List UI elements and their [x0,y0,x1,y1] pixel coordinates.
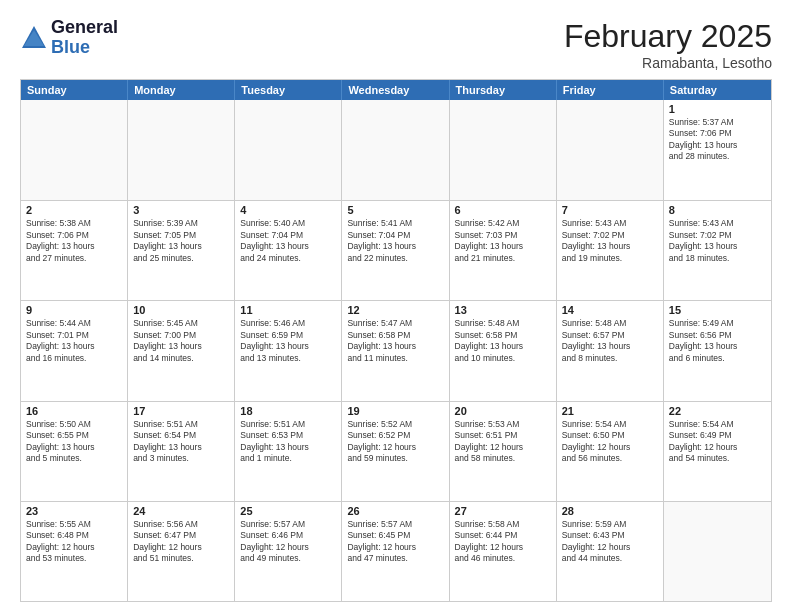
day-number: 2 [26,204,122,216]
month-title: February 2025 [564,18,772,55]
day-number: 28 [562,505,658,517]
day-info: Sunrise: 5:43 AM Sunset: 7:02 PM Dayligh… [562,218,658,264]
day-cell-18: 18Sunrise: 5:51 AM Sunset: 6:53 PM Dayli… [235,402,342,501]
day-number: 13 [455,304,551,316]
calendar-row: 16Sunrise: 5:50 AM Sunset: 6:55 PM Dayli… [21,401,771,501]
day-number: 7 [562,204,658,216]
day-number: 9 [26,304,122,316]
day-info: Sunrise: 5:49 AM Sunset: 6:56 PM Dayligh… [669,318,766,364]
day-cell-9: 9Sunrise: 5:44 AM Sunset: 7:01 PM Daylig… [21,301,128,400]
day-info: Sunrise: 5:46 AM Sunset: 6:59 PM Dayligh… [240,318,336,364]
day-cell-6: 6Sunrise: 5:42 AM Sunset: 7:03 PM Daylig… [450,201,557,300]
weekday-header-sunday: Sunday [21,80,128,100]
day-cell-20: 20Sunrise: 5:53 AM Sunset: 6:51 PM Dayli… [450,402,557,501]
day-number: 11 [240,304,336,316]
calendar-header: SundayMondayTuesdayWednesdayThursdayFrid… [21,80,771,100]
calendar-row: 2Sunrise: 5:38 AM Sunset: 7:06 PM Daylig… [21,200,771,300]
day-cell-1: 1Sunrise: 5:37 AM Sunset: 7:06 PM Daylig… [664,100,771,200]
empty-cell [342,100,449,200]
day-number: 1 [669,103,766,115]
day-number: 5 [347,204,443,216]
empty-cell [664,502,771,601]
empty-cell [128,100,235,200]
day-info: Sunrise: 5:40 AM Sunset: 7:04 PM Dayligh… [240,218,336,264]
day-cell-28: 28Sunrise: 5:59 AM Sunset: 6:43 PM Dayli… [557,502,664,601]
title-block: February 2025 Ramabanta, Lesotho [564,18,772,71]
day-info: Sunrise: 5:39 AM Sunset: 7:05 PM Dayligh… [133,218,229,264]
day-cell-22: 22Sunrise: 5:54 AM Sunset: 6:49 PM Dayli… [664,402,771,501]
logo-text-line1: General [51,18,118,38]
day-number: 15 [669,304,766,316]
day-info: Sunrise: 5:38 AM Sunset: 7:06 PM Dayligh… [26,218,122,264]
day-info: Sunrise: 5:52 AM Sunset: 6:52 PM Dayligh… [347,419,443,465]
day-cell-19: 19Sunrise: 5:52 AM Sunset: 6:52 PM Dayli… [342,402,449,501]
day-info: Sunrise: 5:58 AM Sunset: 6:44 PM Dayligh… [455,519,551,565]
day-cell-21: 21Sunrise: 5:54 AM Sunset: 6:50 PM Dayli… [557,402,664,501]
empty-cell [235,100,342,200]
day-cell-23: 23Sunrise: 5:55 AM Sunset: 6:48 PM Dayli… [21,502,128,601]
day-cell-7: 7Sunrise: 5:43 AM Sunset: 7:02 PM Daylig… [557,201,664,300]
day-number: 12 [347,304,443,316]
day-info: Sunrise: 5:54 AM Sunset: 6:49 PM Dayligh… [669,419,766,465]
weekday-header-tuesday: Tuesday [235,80,342,100]
day-cell-26: 26Sunrise: 5:57 AM Sunset: 6:45 PM Dayli… [342,502,449,601]
day-cell-8: 8Sunrise: 5:43 AM Sunset: 7:02 PM Daylig… [664,201,771,300]
day-cell-3: 3Sunrise: 5:39 AM Sunset: 7:05 PM Daylig… [128,201,235,300]
day-info: Sunrise: 5:45 AM Sunset: 7:00 PM Dayligh… [133,318,229,364]
logo-text-line2: Blue [51,38,118,58]
day-number: 18 [240,405,336,417]
calendar-row: 1Sunrise: 5:37 AM Sunset: 7:06 PM Daylig… [21,100,771,200]
day-number: 10 [133,304,229,316]
day-number: 24 [133,505,229,517]
weekday-header-friday: Friday [557,80,664,100]
day-number: 3 [133,204,229,216]
day-info: Sunrise: 5:37 AM Sunset: 7:06 PM Dayligh… [669,117,766,163]
day-number: 4 [240,204,336,216]
day-cell-12: 12Sunrise: 5:47 AM Sunset: 6:58 PM Dayli… [342,301,449,400]
day-number: 26 [347,505,443,517]
day-number: 21 [562,405,658,417]
day-info: Sunrise: 5:41 AM Sunset: 7:04 PM Dayligh… [347,218,443,264]
weekday-header-wednesday: Wednesday [342,80,449,100]
day-cell-11: 11Sunrise: 5:46 AM Sunset: 6:59 PM Dayli… [235,301,342,400]
day-number: 6 [455,204,551,216]
day-number: 14 [562,304,658,316]
day-info: Sunrise: 5:48 AM Sunset: 6:57 PM Dayligh… [562,318,658,364]
day-info: Sunrise: 5:50 AM Sunset: 6:55 PM Dayligh… [26,419,122,465]
header: General Blue February 2025 Ramabanta, Le… [20,18,772,71]
day-cell-25: 25Sunrise: 5:57 AM Sunset: 6:46 PM Dayli… [235,502,342,601]
day-cell-2: 2Sunrise: 5:38 AM Sunset: 7:06 PM Daylig… [21,201,128,300]
weekday-header-monday: Monday [128,80,235,100]
svg-marker-1 [24,30,44,46]
day-cell-14: 14Sunrise: 5:48 AM Sunset: 6:57 PM Dayli… [557,301,664,400]
day-number: 27 [455,505,551,517]
day-cell-17: 17Sunrise: 5:51 AM Sunset: 6:54 PM Dayli… [128,402,235,501]
day-info: Sunrise: 5:51 AM Sunset: 6:53 PM Dayligh… [240,419,336,465]
day-info: Sunrise: 5:55 AM Sunset: 6:48 PM Dayligh… [26,519,122,565]
day-info: Sunrise: 5:57 AM Sunset: 6:45 PM Dayligh… [347,519,443,565]
day-cell-16: 16Sunrise: 5:50 AM Sunset: 6:55 PM Dayli… [21,402,128,501]
day-cell-10: 10Sunrise: 5:45 AM Sunset: 7:00 PM Dayli… [128,301,235,400]
day-number: 17 [133,405,229,417]
day-info: Sunrise: 5:43 AM Sunset: 7:02 PM Dayligh… [669,218,766,264]
location: Ramabanta, Lesotho [564,55,772,71]
day-number: 19 [347,405,443,417]
calendar-row: 9Sunrise: 5:44 AM Sunset: 7:01 PM Daylig… [21,300,771,400]
day-number: 16 [26,405,122,417]
weekday-header-saturday: Saturday [664,80,771,100]
calendar-row: 23Sunrise: 5:55 AM Sunset: 6:48 PM Dayli… [21,501,771,601]
day-info: Sunrise: 5:56 AM Sunset: 6:47 PM Dayligh… [133,519,229,565]
day-cell-15: 15Sunrise: 5:49 AM Sunset: 6:56 PM Dayli… [664,301,771,400]
day-info: Sunrise: 5:44 AM Sunset: 7:01 PM Dayligh… [26,318,122,364]
day-info: Sunrise: 5:54 AM Sunset: 6:50 PM Dayligh… [562,419,658,465]
calendar-body: 1Sunrise: 5:37 AM Sunset: 7:06 PM Daylig… [21,100,771,601]
empty-cell [557,100,664,200]
day-info: Sunrise: 5:48 AM Sunset: 6:58 PM Dayligh… [455,318,551,364]
logo-icon [20,24,48,52]
logo: General Blue [20,18,118,58]
day-cell-4: 4Sunrise: 5:40 AM Sunset: 7:04 PM Daylig… [235,201,342,300]
calendar: SundayMondayTuesdayWednesdayThursdayFrid… [20,79,772,602]
day-number: 20 [455,405,551,417]
day-info: Sunrise: 5:42 AM Sunset: 7:03 PM Dayligh… [455,218,551,264]
day-cell-24: 24Sunrise: 5:56 AM Sunset: 6:47 PM Dayli… [128,502,235,601]
